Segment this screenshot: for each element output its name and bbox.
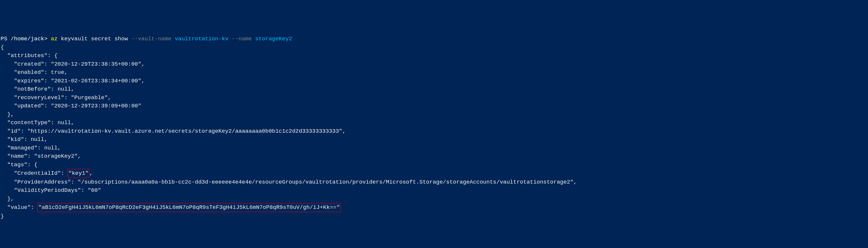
json-line: "managed": null, (1, 145, 61, 151)
param-vault-name: --vault-name (131, 35, 175, 42)
json-line-value-key: "value": (1, 204, 37, 211)
json-line: "attributes": { (1, 52, 58, 59)
json-line: "recoveryLevel": "Purgeable", (1, 94, 111, 101)
json-line: "kid": null, (1, 136, 48, 143)
json-line: "ValidityPeriodDays": "60" (1, 187, 101, 194)
json-line: "notBefore": null, (1, 86, 74, 92)
json-line: }, (1, 111, 14, 118)
json-line: }, (1, 196, 14, 202)
highlight-value: "aB1cD2eFgH4iJ5kL6mN7oP8qRcD2eF3gH4iJ5kL… (37, 203, 341, 212)
json-line: "contentType": null, (1, 119, 74, 126)
json-comma: , (89, 170, 93, 176)
json-line: "id": "https://vaultrotation-kv.vault.az… (1, 128, 346, 134)
json-line: "enabled": true, (1, 69, 68, 76)
arg-name: storageKey2 (255, 35, 292, 42)
arg-vault-name: vaultrotation-kv (175, 35, 232, 42)
highlight-credential-id: "key1" (68, 169, 89, 178)
command: az (51, 35, 61, 42)
json-line: "updated": "2020-12-29T23:39:09+00:00" (1, 103, 141, 109)
json-line: "ProviderAddress": "/subscriptions/aaaa0… (1, 179, 577, 185)
prompt-prefix: PS /home/jack> (1, 35, 51, 42)
json-line-credential-key: "CredentialId": (1, 170, 68, 176)
json-line: "tags": { (1, 162, 37, 168)
json-open: { (1, 44, 4, 51)
param-name: --name (232, 35, 255, 42)
json-line: "name": "storageKey2", (1, 153, 81, 160)
json-close: } (1, 213, 4, 219)
json-line: "expires": "2021-02-26T23:38:34+00:00", (1, 78, 145, 84)
subcommand: keyvault secret show (61, 35, 131, 42)
json-line: "created": "2020-12-29T23:38:35+00:00", (1, 61, 145, 67)
terminal-output[interactable]: PS /home/jack> az keyvault secret show -… (1, 35, 867, 220)
